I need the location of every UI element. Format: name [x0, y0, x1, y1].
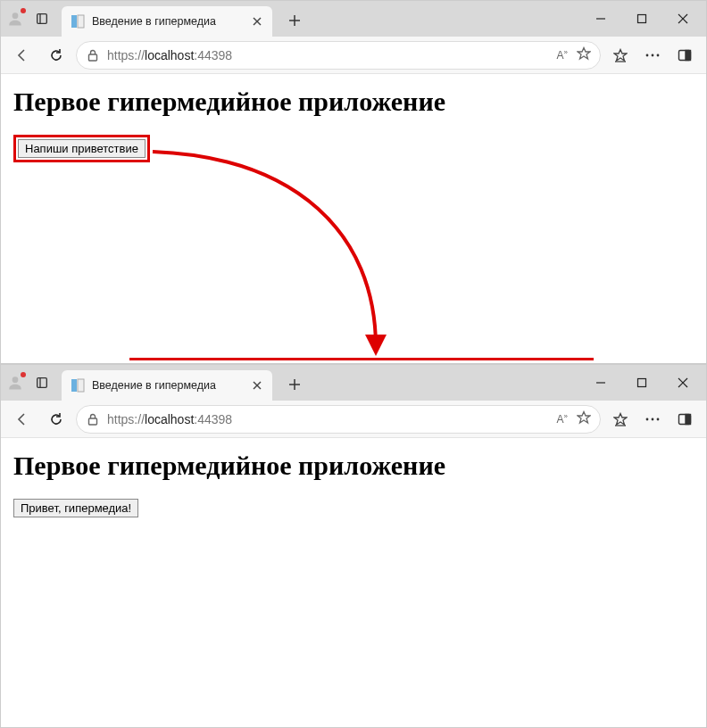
svg-rect-24 [37, 378, 47, 388]
maximize-button[interactable] [622, 369, 661, 396]
favorites-bar-icon[interactable] [606, 41, 635, 70]
notification-dot-icon [21, 8, 26, 13]
favorite-icon[interactable] [577, 410, 591, 428]
svg-marker-15 [614, 49, 627, 61]
new-tab-button[interactable] [281, 371, 308, 398]
url-text: https://localhost:44398 [107, 48, 550, 62]
minimize-button[interactable] [581, 5, 620, 32]
tab-favicon-icon [71, 14, 85, 29]
more-icon[interactable] [638, 405, 667, 434]
more-icon[interactable] [638, 41, 667, 70]
browser-tab[interactable]: Введение в гипермедиа [62, 6, 272, 37]
svg-rect-4 [78, 15, 84, 28]
browser-window-before: Введение в гипермедиа [0, 0, 707, 364]
tab-actions-icon[interactable] [29, 370, 54, 395]
browser-window-after: Введение в гипермедиа [0, 364, 707, 728]
refresh-button[interactable] [42, 41, 71, 70]
window-controls [581, 369, 703, 396]
url-text: https://localhost:44398 [107, 412, 550, 426]
sidebar-toggle-icon[interactable] [670, 41, 699, 70]
svg-point-23 [12, 376, 19, 383]
svg-point-0 [12, 12, 19, 19]
back-button[interactable] [8, 41, 37, 70]
svg-marker-14 [578, 47, 590, 59]
browser-toolbar: https://localhost:44398 A» [1, 401, 706, 438]
window-controls [581, 5, 703, 32]
titlebar: Введение в гипермедиа [1, 365, 706, 401]
tab-actions-icon[interactable] [29, 6, 54, 31]
address-bar[interactable]: https://localhost:44398 A» [76, 41, 601, 70]
svg-marker-38 [614, 413, 627, 425]
svg-rect-26 [71, 379, 77, 392]
svg-point-18 [652, 54, 654, 56]
tab-title: Введение в гипермедиа [92, 379, 242, 392]
back-button[interactable] [8, 405, 37, 434]
tab-favicon-icon [71, 378, 85, 393]
browser-toolbar: https://localhost:44398 A» [1, 37, 706, 74]
svg-point-42 [657, 418, 660, 420]
lock-icon [86, 48, 100, 62]
notification-dot-icon [21, 372, 26, 377]
annotation-divider-line [129, 358, 594, 360]
page-heading: Первое гипермедийное приложение [13, 451, 694, 481]
svg-rect-10 [638, 15, 646, 23]
new-tab-button[interactable] [281, 7, 308, 34]
read-aloud-icon[interactable]: A» [557, 48, 568, 62]
tab-close-button[interactable] [249, 13, 265, 29]
svg-marker-22 [365, 335, 387, 356]
page-heading: Первое гипермедийное приложение [13, 87, 694, 117]
page-content-after: Первое гипермедийное приложение Привет, … [1, 438, 706, 530]
profile-icon[interactable] [4, 372, 26, 393]
page-content-before: Первое гипермедийное приложение Напиши п… [1, 74, 706, 175]
greet-result-button[interactable]: Привет, гипермедиа! [13, 499, 138, 517]
read-aloud-icon[interactable]: A» [557, 412, 568, 426]
svg-marker-37 [578, 411, 590, 423]
svg-rect-44 [686, 414, 691, 424]
svg-rect-33 [638, 379, 646, 387]
svg-rect-3 [71, 15, 77, 28]
favorite-icon[interactable] [577, 46, 591, 64]
address-bar[interactable]: https://localhost:44398 A» [76, 405, 601, 434]
sidebar-toggle-icon[interactable] [670, 405, 699, 434]
svg-rect-13 [89, 54, 97, 61]
refresh-button[interactable] [42, 405, 71, 434]
annotation-highlight-box: Напиши приветствие [13, 135, 150, 162]
svg-point-41 [652, 418, 654, 420]
browser-tab[interactable]: Введение в гипермедиа [62, 370, 272, 401]
profile-icon[interactable] [4, 8, 26, 29]
svg-rect-27 [78, 379, 84, 392]
svg-rect-36 [89, 418, 97, 425]
svg-point-40 [646, 418, 649, 420]
svg-rect-1 [37, 14, 47, 24]
svg-point-19 [657, 54, 660, 56]
greet-button[interactable]: Напиши приветствие [18, 139, 146, 158]
close-window-button[interactable] [663, 5, 703, 32]
tab-title: Введение в гипермедиа [92, 15, 242, 28]
titlebar: Введение в гипермедиа [1, 1, 706, 37]
svg-rect-21 [686, 50, 691, 60]
favorites-bar-icon[interactable] [606, 405, 635, 434]
maximize-button[interactable] [622, 5, 661, 32]
lock-icon [86, 412, 100, 426]
tab-close-button[interactable] [249, 377, 265, 393]
close-window-button[interactable] [663, 369, 703, 396]
svg-point-17 [646, 54, 649, 56]
minimize-button[interactable] [581, 369, 620, 396]
